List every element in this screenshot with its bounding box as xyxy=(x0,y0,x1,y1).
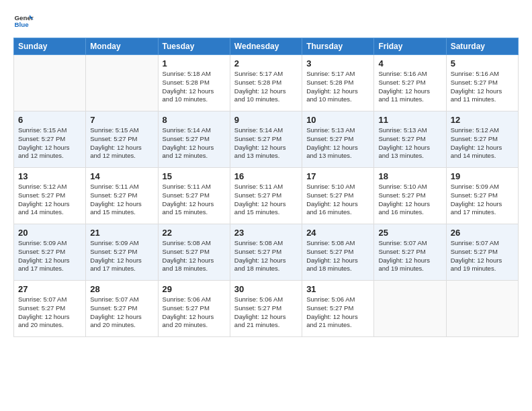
day-cell-2: 2Sunrise: 5:17 AM Sunset: 5:28 PM Daylig… xyxy=(230,55,302,111)
empty-cell xyxy=(374,281,446,337)
day-info: Sunrise: 5:09 AM Sunset: 5:27 PM Dayligh… xyxy=(451,183,514,217)
day-number: 27 xyxy=(18,284,81,294)
empty-cell xyxy=(14,55,86,111)
week-row-1: 1Sunrise: 5:18 AM Sunset: 5:28 PM Daylig… xyxy=(14,55,519,111)
day-cell-10: 10Sunrise: 5:13 AM Sunset: 5:27 PM Dayli… xyxy=(302,111,374,168)
day-info: Sunrise: 5:12 AM Sunset: 5:27 PM Dayligh… xyxy=(18,183,81,217)
day-info: Sunrise: 5:07 AM Sunset: 5:27 PM Dayligh… xyxy=(451,239,514,273)
day-number: 7 xyxy=(90,115,153,125)
day-cell-30: 30Sunrise: 5:06 AM Sunset: 5:27 PM Dayli… xyxy=(230,281,302,337)
day-cell-7: 7Sunrise: 5:15 AM Sunset: 5:27 PM Daylig… xyxy=(86,111,158,168)
day-header-friday: Friday xyxy=(374,38,446,55)
day-number: 2 xyxy=(234,58,298,68)
day-number: 21 xyxy=(90,228,153,238)
day-info: Sunrise: 5:10 AM Sunset: 5:27 PM Dayligh… xyxy=(306,183,369,217)
day-number: 6 xyxy=(18,115,81,125)
day-cell-5: 5Sunrise: 5:16 AM Sunset: 5:27 PM Daylig… xyxy=(446,55,518,111)
day-number: 9 xyxy=(234,115,298,125)
day-number: 24 xyxy=(306,228,369,238)
day-info: Sunrise: 5:08 AM Sunset: 5:27 PM Dayligh… xyxy=(306,239,369,273)
day-info: Sunrise: 5:07 AM Sunset: 5:27 PM Dayligh… xyxy=(90,295,153,330)
week-row-3: 13Sunrise: 5:12 AM Sunset: 5:27 PM Dayli… xyxy=(14,168,519,224)
day-info: Sunrise: 5:17 AM Sunset: 5:28 PM Dayligh… xyxy=(234,70,298,104)
week-row-2: 6Sunrise: 5:15 AM Sunset: 5:27 PM Daylig… xyxy=(14,111,519,168)
day-info: Sunrise: 5:18 AM Sunset: 5:28 PM Dayligh… xyxy=(163,70,226,104)
day-cell-15: 15Sunrise: 5:11 AM Sunset: 5:27 PM Dayli… xyxy=(158,168,230,224)
day-number: 30 xyxy=(234,284,298,294)
day-number: 17 xyxy=(306,171,369,181)
day-number: 4 xyxy=(378,58,441,68)
day-cell-23: 23Sunrise: 5:08 AM Sunset: 5:27 PM Dayli… xyxy=(230,224,302,281)
empty-cell xyxy=(86,55,158,111)
calendar-table: SundayMondayTuesdayWednesdayThursdayFrid… xyxy=(13,38,519,337)
day-info: Sunrise: 5:16 AM Sunset: 5:27 PM Dayligh… xyxy=(451,70,514,104)
day-info: Sunrise: 5:16 AM Sunset: 5:27 PM Dayligh… xyxy=(378,70,441,104)
day-info: Sunrise: 5:17 AM Sunset: 5:28 PM Dayligh… xyxy=(306,70,369,104)
day-cell-13: 13Sunrise: 5:12 AM Sunset: 5:27 PM Dayli… xyxy=(14,168,86,224)
day-number: 12 xyxy=(451,115,514,125)
day-info: Sunrise: 5:14 AM Sunset: 5:27 PM Dayligh… xyxy=(234,126,298,161)
day-number: 15 xyxy=(163,171,226,181)
day-number: 19 xyxy=(451,171,514,181)
day-cell-21: 21Sunrise: 5:09 AM Sunset: 5:27 PM Dayli… xyxy=(86,224,158,281)
header: General Blue xyxy=(13,11,519,31)
day-number: 8 xyxy=(163,115,226,125)
day-cell-18: 18Sunrise: 5:10 AM Sunset: 5:27 PM Dayli… xyxy=(374,168,446,224)
day-number: 11 xyxy=(378,115,441,125)
week-row-5: 27Sunrise: 5:07 AM Sunset: 5:27 PM Dayli… xyxy=(14,281,519,337)
day-header-wednesday: Wednesday xyxy=(230,38,302,55)
day-cell-26: 26Sunrise: 5:07 AM Sunset: 5:27 PM Dayli… xyxy=(446,224,518,281)
logo: General Blue xyxy=(13,11,34,31)
day-cell-14: 14Sunrise: 5:11 AM Sunset: 5:27 PM Dayli… xyxy=(86,168,158,224)
day-number: 1 xyxy=(163,58,226,68)
day-cell-12: 12Sunrise: 5:12 AM Sunset: 5:27 PM Dayli… xyxy=(446,111,518,168)
day-cell-4: 4Sunrise: 5:16 AM Sunset: 5:27 PM Daylig… xyxy=(374,55,446,111)
day-number: 14 xyxy=(90,171,153,181)
day-info: Sunrise: 5:13 AM Sunset: 5:27 PM Dayligh… xyxy=(306,126,369,161)
day-number: 23 xyxy=(234,228,298,238)
day-cell-9: 9Sunrise: 5:14 AM Sunset: 5:27 PM Daylig… xyxy=(230,111,302,168)
day-number: 10 xyxy=(306,115,369,125)
day-info: Sunrise: 5:13 AM Sunset: 5:27 PM Dayligh… xyxy=(378,126,441,161)
day-cell-28: 28Sunrise: 5:07 AM Sunset: 5:27 PM Dayli… xyxy=(86,281,158,337)
day-info: Sunrise: 5:12 AM Sunset: 5:27 PM Dayligh… xyxy=(451,126,514,161)
logo-icon: General Blue xyxy=(13,11,34,31)
day-number: 31 xyxy=(306,284,369,294)
day-number: 25 xyxy=(378,228,441,238)
calendar-header-row: SundayMondayTuesdayWednesdayThursdayFrid… xyxy=(14,38,519,55)
day-info: Sunrise: 5:14 AM Sunset: 5:27 PM Dayligh… xyxy=(163,126,226,161)
day-header-sunday: Sunday xyxy=(14,38,86,55)
day-number: 13 xyxy=(18,171,81,181)
day-info: Sunrise: 5:08 AM Sunset: 5:27 PM Dayligh… xyxy=(234,239,298,273)
day-cell-22: 22Sunrise: 5:08 AM Sunset: 5:27 PM Dayli… xyxy=(158,224,230,281)
day-info: Sunrise: 5:06 AM Sunset: 5:27 PM Dayligh… xyxy=(306,295,369,330)
day-cell-31: 31Sunrise: 5:06 AM Sunset: 5:27 PM Dayli… xyxy=(302,281,374,337)
day-info: Sunrise: 5:06 AM Sunset: 5:27 PM Dayligh… xyxy=(163,295,226,330)
day-info: Sunrise: 5:08 AM Sunset: 5:27 PM Dayligh… xyxy=(163,239,226,273)
day-info: Sunrise: 5:11 AM Sunset: 5:27 PM Dayligh… xyxy=(90,183,153,217)
calendar-page: General Blue SundayMondayTuesdayWednesda… xyxy=(0,0,532,411)
empty-cell xyxy=(446,281,518,337)
day-number: 29 xyxy=(163,284,226,294)
day-header-saturday: Saturday xyxy=(446,38,518,55)
day-info: Sunrise: 5:06 AM Sunset: 5:27 PM Dayligh… xyxy=(234,295,298,330)
day-header-tuesday: Tuesday xyxy=(158,38,230,55)
day-number: 5 xyxy=(451,58,514,68)
day-number: 18 xyxy=(378,171,441,181)
day-cell-3: 3Sunrise: 5:17 AM Sunset: 5:28 PM Daylig… xyxy=(302,55,374,111)
week-row-4: 20Sunrise: 5:09 AM Sunset: 5:27 PM Dayli… xyxy=(14,224,519,281)
day-cell-6: 6Sunrise: 5:15 AM Sunset: 5:27 PM Daylig… xyxy=(14,111,86,168)
day-info: Sunrise: 5:09 AM Sunset: 5:27 PM Dayligh… xyxy=(18,239,81,273)
day-info: Sunrise: 5:15 AM Sunset: 5:27 PM Dayligh… xyxy=(90,126,153,161)
day-info: Sunrise: 5:15 AM Sunset: 5:27 PM Dayligh… xyxy=(18,126,81,161)
day-info: Sunrise: 5:10 AM Sunset: 5:27 PM Dayligh… xyxy=(378,183,441,217)
day-cell-16: 16Sunrise: 5:11 AM Sunset: 5:27 PM Dayli… xyxy=(230,168,302,224)
day-cell-19: 19Sunrise: 5:09 AM Sunset: 5:27 PM Dayli… xyxy=(446,168,518,224)
day-number: 26 xyxy=(451,228,514,238)
day-header-thursday: Thursday xyxy=(302,38,374,55)
day-number: 28 xyxy=(90,284,153,294)
day-info: Sunrise: 5:11 AM Sunset: 5:27 PM Dayligh… xyxy=(163,183,226,217)
day-cell-25: 25Sunrise: 5:07 AM Sunset: 5:27 PM Dayli… xyxy=(374,224,446,281)
day-cell-1: 1Sunrise: 5:18 AM Sunset: 5:28 PM Daylig… xyxy=(158,55,230,111)
day-number: 22 xyxy=(163,228,226,238)
